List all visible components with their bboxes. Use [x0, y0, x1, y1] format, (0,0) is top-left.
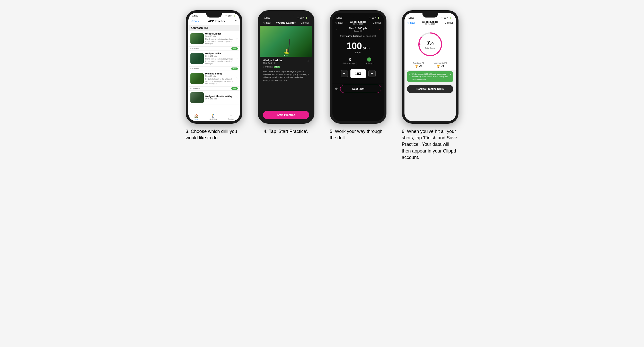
last-month-pb: Last month PB 🏆 -/9: [434, 62, 447, 68]
phone-frame-1: 13:02 ▪▪▪ WiFi 🔋 < Back APP Practice ≡ A…: [186, 10, 242, 124]
home-label: Home: [194, 118, 199, 120]
back-btn-2[interactable]: < Back: [263, 21, 271, 24]
notch-1: [206, 13, 222, 18]
star-icon-2[interactable]: ☆: [235, 77, 238, 80]
next-shot-btn[interactable]: Next Shot →: [340, 85, 381, 93]
drill-info-3: Wedge & Short Iron Play 100–140 yds: [205, 95, 234, 100]
shots-badge-2: ○ 10 shots: [190, 87, 200, 90]
score-circle-wrap: 7/9 Total Score: [417, 31, 443, 57]
shots-text-0: 9 shots: [192, 47, 199, 50]
capture-label: Capture: [228, 118, 234, 120]
clock-icon-1: ○: [190, 67, 192, 70]
app-badge-1: APP: [231, 67, 237, 70]
drill-name-2: Pitching String: [205, 72, 234, 75]
score-label: Total Score: [425, 47, 435, 49]
nav-bar-4: < Back Wedge Ladder 06 Mar 2023 Cancel: [404, 20, 456, 26]
notch-3: [350, 13, 366, 18]
back-btn-1[interactable]: < Back: [191, 20, 199, 23]
menu-icon-1[interactable]: ≡: [234, 19, 236, 23]
dot-2: [286, 55, 287, 56]
nav-bar-2: < Back Wedge Ladder Cancel: [260, 20, 312, 26]
prev-shot-arrow[interactable]: ←: [336, 28, 339, 32]
cancel-btn-4[interactable]: Cancel: [445, 21, 453, 24]
input-row: − 103 +: [332, 67, 384, 80]
drill-item-1[interactable]: Wedge Ladder 100–140 yds Play 1 shot at …: [188, 51, 240, 71]
star-icon-3[interactable]: ☆: [235, 96, 238, 99]
nav-bar-3: < Back Wedge Ladder 06 Mar 2023 Cancel: [332, 20, 384, 26]
back-to-drills-btn[interactable]: Back to Practice Drills: [407, 85, 453, 93]
pb-row: Previous PB 🏆 -/9 Last month PB 🏆 -/9: [404, 60, 456, 70]
nav-activities[interactable]: 🏌️ Activities: [210, 114, 217, 120]
last-month-pb-value: -/9: [440, 65, 444, 68]
drill-name-0: Wedge Ladder: [205, 32, 234, 35]
plus-btn[interactable]: +: [368, 70, 376, 77]
activities-icon: 🏌️: [211, 114, 215, 118]
trophy-icon-1: 🏆: [415, 65, 418, 68]
start-practice-btn[interactable]: Start Practice: [263, 111, 309, 119]
bottom-actions-3: 🗑 Next Shot →: [332, 83, 384, 95]
cancel-btn-3[interactable]: Cancel: [373, 21, 381, 24]
trophy-icon-2: 🏆: [437, 65, 440, 68]
battery-icon: 🔋: [233, 15, 236, 17]
toast-close-btn[interactable]: ✕: [449, 73, 451, 77]
nav-title-4: Wedge Ladder: [422, 21, 438, 23]
drill-info-0: Wedge Ladder 50–100 yds Play 1 shot at e…: [205, 32, 234, 45]
nav-home[interactable]: 🏠 Home: [194, 114, 199, 120]
caption-2: 4. Tap 'Start Practice'.: [264, 128, 308, 135]
star-icon-0[interactable]: ☆: [235, 37, 238, 40]
back-btn-4[interactable]: < Back: [408, 21, 416, 24]
wifi-icon-2: WiFi: [300, 17, 304, 19]
next-shot-arrow[interactable]: →: [377, 28, 381, 32]
star-icon-1[interactable]: ☆: [235, 57, 238, 60]
drill-range-1: 100–140 yds: [205, 55, 234, 57]
drill-name-1: Wedge Ladder: [205, 52, 234, 55]
clock-icon-2: ○: [190, 87, 192, 90]
drill-info-1: Wedge Ladder 100–140 yds Play 1 shot at …: [205, 52, 234, 65]
drill-item-2[interactable]: Pitching String 55–100 yds Hit 1 shot at…: [188, 71, 240, 91]
trash-icon[interactable]: 🗑: [335, 87, 338, 91]
time-1: 13:02: [192, 14, 198, 17]
time-3: 13:03: [337, 16, 342, 19]
drill-detail-2: Wedge Ladder 100–140 yds ☆ ○ 9 shots APP…: [260, 57, 312, 109]
stats-row: 3 Difference (yds) Hit Target: [332, 55, 384, 67]
nav-sub-4: 06 Mar 2023: [422, 23, 438, 25]
nav-center-3: Wedge Ladder 06 Mar 2023: [350, 21, 366, 25]
home-icon: 🏠: [194, 114, 198, 118]
minus-btn[interactable]: −: [341, 70, 348, 77]
star-icon-detail[interactable]: ☆: [306, 59, 309, 62]
input-value[interactable]: 103: [350, 69, 366, 78]
drill-range-3: 100–140 yds: [205, 98, 234, 100]
shots-text-2: 10 shots: [192, 87, 200, 90]
signal-icon-2: ▪▪▪: [297, 17, 299, 19]
svg-point-2: [418, 43, 420, 45]
score-denom: /9: [430, 42, 434, 46]
shots-badge-0: ○ 9 shots: [190, 47, 199, 50]
notch-4: [422, 13, 438, 18]
notch-2: [278, 13, 294, 18]
caption-3: 5. Work your way through the drill.: [330, 128, 386, 141]
score-value: 7: [427, 39, 430, 47]
nav-capture[interactable]: ⊕ Capture: [228, 114, 234, 120]
nav-sub-3: 06 Mar 2023: [350, 23, 366, 25]
next-shot-label: Next Shot: [352, 88, 364, 90]
wifi-icon-4: WiFi: [444, 17, 448, 19]
back-btn-3[interactable]: < Back: [336, 21, 343, 24]
drill-thumb-3: [190, 92, 204, 103]
caption-4: 6. When you've hit all your shots, tap '…: [402, 128, 458, 161]
page-container: 13:02 ▪▪▪ WiFi 🔋 < Back APP Practice ≡ A…: [142, 10, 502, 161]
section-label: Approach: [191, 27, 203, 29]
drill-info-2: Pitching String 55–100 yds Hit 1 shot at…: [205, 72, 234, 85]
previous-pb: Previous PB 🏆 -/9: [413, 62, 424, 68]
phone-inner-1: 13:02 ▪▪▪ WiFi 🔋 < Back APP Practice ≡ A…: [188, 13, 240, 121]
phone-frame-3: 13:03 ▪▪▪ WiFi 🔋 < Back Wedge Ladder 06 …: [330, 10, 386, 124]
app-badge-2: APP: [231, 87, 237, 90]
nav-title-2: Wedge Ladder: [276, 21, 296, 24]
drill-item-3[interactable]: Wedge & Short Iron Play 100–140 yds ☆: [188, 91, 240, 105]
difference-label: Difference (yds): [342, 62, 357, 64]
time-2: 13:02: [264, 16, 270, 19]
success-toast: ✓ 'Wedge Ladder (100–140 yds)' was creat…: [407, 71, 453, 82]
cancel-btn-2[interactable]: Cancel: [301, 21, 308, 24]
toast-text: 'Wedge Ladder (100–140 yds)' was created…: [412, 73, 449, 80]
drill-item-0[interactable]: Wedge Ladder 50–100 yds Play 1 shot at e…: [188, 31, 240, 51]
status-icons-1: ▪▪▪ WiFi 🔋: [225, 15, 235, 17]
